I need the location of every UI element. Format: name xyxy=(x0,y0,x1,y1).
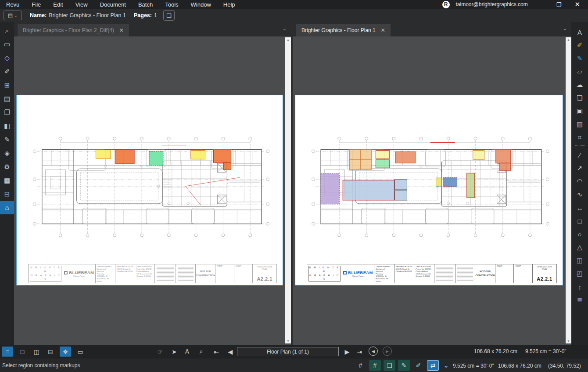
markup-region[interactable] xyxy=(376,150,389,159)
properties-icon[interactable]: ⚙ xyxy=(0,160,14,173)
snap-to-content-icon[interactable]: ❏ xyxy=(384,360,395,371)
select-tool-icon[interactable]: ➤ xyxy=(169,347,180,357)
markup-region[interactable] xyxy=(214,150,231,163)
menu-window[interactable]: Window xyxy=(185,1,217,8)
split-horizontal-icon[interactable]: ⊟ xyxy=(45,347,56,357)
stamp-icon[interactable]: ▣ xyxy=(572,105,587,118)
markup-line[interactable] xyxy=(186,186,201,205)
select-text-icon[interactable]: Ꭺ xyxy=(182,347,193,357)
cloud-icon[interactable]: ☁ xyxy=(572,78,587,91)
menu-edit[interactable]: Edit xyxy=(47,1,69,8)
snap-hatch-icon[interactable]: ✐ xyxy=(412,360,424,371)
search-icon[interactable]: ⌕ xyxy=(0,24,14,37)
left-canvas[interactable]: B R I G H T E R G R A P H I C S BLUEBEAM… xyxy=(14,36,291,345)
spaces-icon[interactable]: ◧ xyxy=(0,119,14,133)
polyline-icon[interactable]: ∿ xyxy=(572,188,587,201)
new-page-button[interactable]: ❏ xyxy=(163,10,175,21)
restore-button[interactable]: ❐ xyxy=(553,1,565,8)
last-page-icon[interactable]: ⇥ xyxy=(354,347,365,357)
snap-to-grid-icon[interactable]: # xyxy=(369,360,381,371)
tab-floor-plan-2-diff[interactable]: Brighter Graphics - Floor Plan 2_Diff(4)… xyxy=(18,24,129,36)
prev-page-icon[interactable]: ◀ xyxy=(225,347,236,357)
page-navigation-input[interactable]: Floor Plan (1 of 1) xyxy=(237,347,339,356)
menu-help[interactable]: Help xyxy=(217,1,241,8)
snapshot-icon[interactable]: ⌗ xyxy=(572,131,587,144)
sync-views-icon[interactable]: ❖ xyxy=(60,347,71,357)
menu-revu[interactable]: Revu xyxy=(0,1,25,8)
text-tool-icon[interactable]: A xyxy=(572,25,587,39)
tool-chest-icon[interactable]: ⊟ xyxy=(0,187,14,201)
measure-count-icon[interactable]: ≣ xyxy=(572,293,587,307)
close-button[interactable]: ✕ xyxy=(571,0,584,8)
tab-list-chevron-icon[interactable]: ⌄ xyxy=(283,26,287,32)
page-floor-plan-2-diff[interactable]: B R I G H T E R G R A P H I C S BLUEBEAM… xyxy=(16,95,283,285)
image-icon[interactable]: ▥ xyxy=(572,118,587,131)
previous-view-button[interactable]: ◀ xyxy=(369,347,378,356)
minimize-button[interactable]: — xyxy=(534,1,547,8)
account-email[interactable]: taimoor@brightergraphics.com xyxy=(456,1,528,7)
menu-batch[interactable]: Batch xyxy=(132,1,159,8)
markup-tools-icon[interactable]: ✐ xyxy=(0,65,14,78)
sets-icon[interactable]: ⌂ xyxy=(0,201,14,214)
layers-icon[interactable]: ◈ xyxy=(0,146,14,160)
single-pane-icon[interactable]: □ xyxy=(17,347,28,357)
first-page-icon[interactable]: ⇤ xyxy=(211,347,222,357)
markup-region[interactable] xyxy=(191,150,205,159)
page-floor-plan-1[interactable]: B R I G H T E R G R A P H I C S BLUEBEAM… xyxy=(295,95,563,285)
flags-icon[interactable]: ◇ xyxy=(0,51,14,65)
scroll-up-icon[interactable]: ▲ xyxy=(567,38,570,41)
next-page-icon[interactable]: ▶ xyxy=(341,347,353,357)
markup-region[interactable] xyxy=(395,152,415,163)
snap-menu-chevron-icon[interactable]: ⌄ xyxy=(440,360,452,371)
menu-document[interactable]: Document xyxy=(94,1,132,8)
markups-list-toggle-icon[interactable]: ≡ xyxy=(2,347,13,357)
grid-icon[interactable]: # xyxy=(355,360,366,371)
markup-region[interactable] xyxy=(394,179,407,190)
measure-area-icon[interactable]: ◫ xyxy=(572,254,587,267)
menu-view[interactable]: View xyxy=(69,1,94,8)
thumbnails-icon[interactable]: ⊞ xyxy=(0,78,14,92)
markup-region[interactable] xyxy=(496,150,511,163)
markup-region[interactable] xyxy=(115,150,134,163)
close-icon[interactable]: ✕ xyxy=(381,27,385,33)
tab-list-chevron-icon[interactable]: ⌄ xyxy=(563,26,567,32)
markup-region[interactable] xyxy=(436,178,442,186)
right-canvas[interactable]: B R I G H T E R G R A P H I C S BLUEBEAM… xyxy=(293,36,571,345)
markup-region[interactable] xyxy=(467,173,475,198)
markup-region[interactable] xyxy=(343,180,394,200)
markup-region[interactable] xyxy=(96,150,111,159)
dimension-icon[interactable]: ↔ xyxy=(572,201,587,214)
markup-region[interactable] xyxy=(394,191,407,200)
menu-file[interactable]: File xyxy=(25,1,47,8)
page-setup-icon[interactable]: ▭ xyxy=(75,347,86,357)
markup-region[interactable] xyxy=(149,151,163,165)
markup-reuse-icon[interactable]: ⇄ xyxy=(427,360,439,371)
markup-region[interactable] xyxy=(376,159,389,168)
next-view-button[interactable]: ▶ xyxy=(383,347,392,356)
left-scrollbar[interactable]: ▲▼ xyxy=(285,37,291,343)
eraser-icon[interactable]: ▱ xyxy=(572,65,587,78)
arc-icon[interactable]: ◠ xyxy=(572,175,587,188)
markup-line[interactable] xyxy=(186,177,240,186)
zoom-tool-icon[interactable]: ⌕ xyxy=(196,347,207,357)
pen-icon[interactable]: ✎ xyxy=(572,52,587,65)
markup-region[interactable] xyxy=(223,163,231,170)
split-vertical-icon[interactable]: ◫ xyxy=(31,347,42,357)
measurements-icon[interactable]: ▭ xyxy=(0,37,14,51)
scroll-down-icon[interactable]: ▼ xyxy=(567,339,570,343)
close-icon[interactable]: ✕ xyxy=(119,27,124,33)
polygon-icon[interactable]: △ xyxy=(572,241,587,254)
pan-tool-icon[interactable]: ☞ xyxy=(154,347,166,357)
bookmarks-icon[interactable]: ❐ xyxy=(0,105,14,119)
measure-length-icon[interactable]: ↕ xyxy=(572,280,587,293)
right-scrollbar[interactable]: ▲▼ xyxy=(566,37,571,343)
scroll-up-icon[interactable]: ▲ xyxy=(287,38,290,41)
markup-region[interactable] xyxy=(443,177,457,187)
callout-icon[interactable]: ❏ xyxy=(572,91,587,105)
highlighter-icon[interactable]: ✐ xyxy=(572,39,587,52)
line-icon[interactable]: ∕ xyxy=(572,148,587,162)
scroll-down-icon[interactable]: ▼ xyxy=(287,339,290,343)
rectangle-icon[interactable]: □ xyxy=(572,214,587,228)
menu-tools[interactable]: Tools xyxy=(159,1,184,8)
studio-icon[interactable]: ▦ xyxy=(0,173,14,187)
